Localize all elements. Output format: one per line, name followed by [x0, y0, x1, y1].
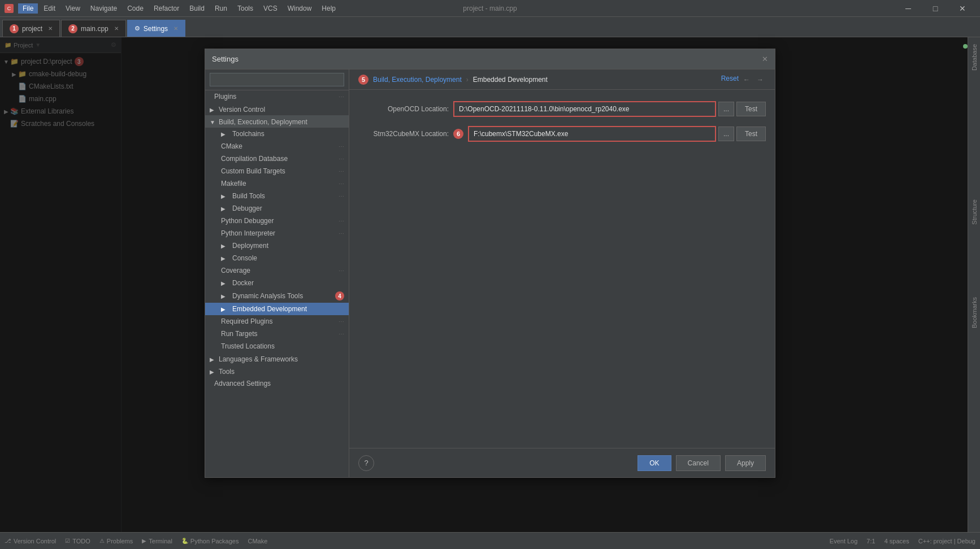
breadcrumb-parent[interactable]: Build, Execution, Deployment	[373, 76, 462, 84]
right-tab-bookmarks[interactable]: Bookmarks	[971, 295, 978, 330]
menu-code[interactable]: Code	[123, 3, 148, 14]
bottom-python-packages[interactable]: 🐍 Python Packages	[181, 538, 239, 544]
nav-build-tools[interactable]: ▶ Build Tools ⋯	[205, 190, 349, 202]
ok-button[interactable]: OK	[638, 455, 671, 471]
nav-languages-frameworks[interactable]: ▶ Languages & Frameworks	[205, 352, 349, 365]
tab-project-close[interactable]: ✕	[48, 25, 53, 32]
nav-plugins-label: Plugins	[214, 93, 236, 101]
nav-python-debugger-label: Python Debugger	[221, 217, 274, 225]
nav-build-label: Build, Execution, Deployment	[219, 118, 307, 126]
tab-settings[interactable]: ⚙ Settings ✕	[127, 20, 185, 37]
menu-refactor[interactable]: Refactor	[149, 3, 184, 14]
openocd-row: OpenOCD Location: ... Test	[358, 101, 766, 117]
nav-cmake-label: CMake	[221, 142, 242, 150]
nav-compilation-db[interactable]: Compilation Database ⋯	[205, 152, 349, 165]
tab-main-cpp[interactable]: 2 main.cpp ✕	[61, 20, 126, 37]
nav-python-interpreter[interactable]: Python Interpreter ⋯	[205, 227, 349, 239]
openocd-test-button[interactable]: Test	[736, 102, 766, 116]
maximize-button[interactable]: □	[922, 0, 948, 17]
nav-embedded-arrow: ▶	[221, 306, 228, 312]
bottom-version-control-label: Version Control	[14, 538, 56, 544]
dialog-form: OpenOCD Location: ... Test Stm32CubeMX L…	[349, 90, 775, 448]
cancel-button[interactable]: Cancel	[676, 455, 721, 471]
breadcrumb-separator: ›	[466, 76, 469, 84]
menu-tools[interactable]: Tools	[233, 3, 258, 14]
nav-toolchains-label: Toolchains	[232, 130, 264, 138]
nav-dynamic-analysis-label: Dynamic Analysis Tools	[232, 292, 303, 300]
minimize-button[interactable]: ─	[895, 0, 921, 17]
tab-settings-close[interactable]: ✕	[174, 25, 178, 32]
bottom-cmake[interactable]: CMake	[248, 538, 267, 544]
settings-dialog-overlay: Settings ✕ Plugins ⋯ ▶	[0, 37, 980, 532]
right-panel: Database Structure Bookmarks	[968, 37, 980, 532]
nav-cmake[interactable]: CMake ⋯	[205, 140, 349, 152]
nav-tools[interactable]: ▶ Tools	[205, 365, 349, 377]
nav-advanced-settings[interactable]: Advanced Settings	[205, 377, 349, 390]
nav-docker-label: Docker	[232, 279, 254, 287]
dialog-close-icon[interactable]: ✕	[762, 55, 768, 63]
nav-tools-label: Tools	[219, 368, 235, 376]
breadcrumb-back-button[interactable]: ←	[741, 75, 752, 85]
menu-file[interactable]: File	[18, 3, 38, 14]
apply-button[interactable]: Apply	[725, 455, 766, 471]
nav-docker[interactable]: ▶ Docker	[205, 277, 349, 289]
nav-dynamic-arrow: ▶	[221, 293, 228, 299]
menu-run[interactable]: Run	[210, 3, 232, 14]
openocd-label: OpenOCD Location:	[358, 105, 449, 113]
bottom-event-log[interactable]: Event Log	[830, 538, 858, 544]
stm32-browse-button[interactable]: ...	[718, 127, 734, 141]
settings-search-input[interactable]	[210, 73, 344, 86]
tab-badge-2: 2	[68, 24, 77, 33]
bottom-terminal[interactable]: ▶ Terminal	[142, 538, 172, 544]
nav-build-exec-deploy[interactable]: ▼ Build, Execution, Deployment	[205, 115, 349, 128]
nav-docker-arrow: ▶	[221, 280, 228, 286]
nav-languages-label: Languages & Frameworks	[219, 355, 298, 363]
openocd-browse-button[interactable]: ...	[718, 102, 734, 116]
close-button[interactable]: ✕	[949, 0, 975, 17]
tab-project[interactable]: 1 project ✕	[2, 20, 60, 37]
openocd-input[interactable]	[453, 101, 716, 117]
nav-run-targets-icon: ⋯	[339, 331, 344, 337]
nav-plugins[interactable]: Plugins ⋯	[205, 90, 349, 103]
menu-window[interactable]: Window	[283, 3, 316, 14]
menu-navigate[interactable]: Navigate	[86, 3, 122, 14]
nav-dynamic-analysis[interactable]: ▶ Dynamic Analysis Tools 4	[205, 289, 349, 303]
menu-edit[interactable]: Edit	[39, 3, 60, 14]
nav-makefile[interactable]: Makefile ⋯	[205, 177, 349, 190]
menu-view[interactable]: View	[61, 3, 85, 14]
nav-embedded-dev[interactable]: ▶ Embedded Development	[205, 303, 349, 315]
nav-python-debugger[interactable]: Python Debugger ⋯	[205, 215, 349, 227]
bottom-version-control[interactable]: ⎇ Version Control	[5, 538, 56, 544]
help-button[interactable]: ?	[358, 455, 374, 471]
nav-custom-build-targets[interactable]: Custom Build Targets ⋯	[205, 165, 349, 177]
bottom-lang: C++: project | Debug	[918, 538, 975, 544]
nav-toolchains[interactable]: ▶ Toolchains	[205, 128, 349, 140]
right-tab-database[interactable]: Database	[971, 42, 978, 73]
menu-help[interactable]: Help	[317, 3, 340, 14]
nav-required-plugins[interactable]: Required Plugins ⋯	[205, 315, 349, 328]
bottom-todo[interactable]: ☑ TODO	[65, 538, 90, 544]
stm32-input[interactable]	[468, 126, 716, 142]
reset-button[interactable]: Reset	[721, 75, 739, 85]
menu-vcs[interactable]: VCS	[259, 3, 282, 14]
menu-build[interactable]: Build	[185, 3, 209, 14]
nav-coverage[interactable]: Coverage ⋯	[205, 264, 349, 277]
dialog-search-container	[205, 69, 349, 90]
nav-run-targets[interactable]: Run Targets ⋯	[205, 328, 349, 340]
bottom-problems[interactable]: ⚠ Problems	[99, 538, 133, 544]
nav-deployment[interactable]: ▶ Deployment	[205, 239, 349, 252]
nav-debugger[interactable]: ▶ Debugger	[205, 202, 349, 215]
nav-trusted-locations[interactable]: Trusted Locations	[205, 340, 349, 352]
breadcrumb-forward-button[interactable]: →	[754, 75, 766, 85]
nav-dynamic-badge-4: 4	[335, 291, 344, 300]
tab-main-cpp-close[interactable]: ✕	[114, 25, 119, 32]
nav-version-control[interactable]: ▶ Version Control	[205, 103, 349, 115]
dialog-body: Plugins ⋯ ▶ Version Control ▼ Build, Exe…	[205, 69, 775, 477]
dialog-content: 5 Build, Execution, Deployment › Embedde…	[349, 69, 775, 477]
nav-version-control-arrow: ▶	[210, 107, 216, 113]
nav-build-tools-label: Build Tools	[232, 192, 265, 200]
stm32-test-button[interactable]: Test	[736, 127, 766, 141]
bottom-terminal-label: Terminal	[149, 538, 172, 544]
nav-console[interactable]: ▶ Console	[205, 252, 349, 264]
right-tab-structure[interactable]: Structure	[971, 197, 978, 227]
